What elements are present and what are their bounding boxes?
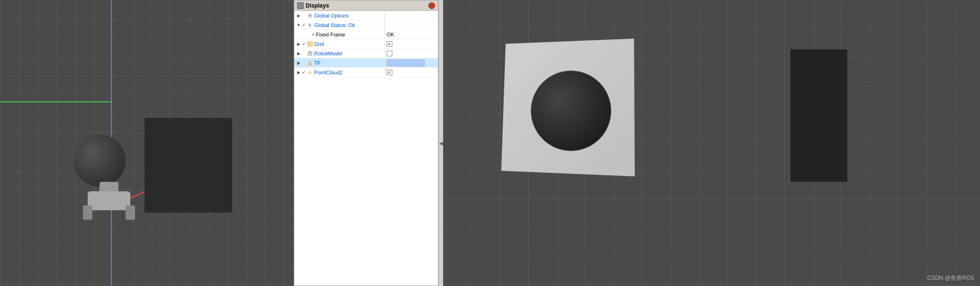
tree-row-pointcloud2[interactable]: ▶ ✓ PointCloud2 <box>294 68 438 77</box>
tree-cell-name-grid: ▶ ✓ Grid <box>294 41 384 47</box>
expand-arrow-tf[interactable]: ▶ <box>296 61 301 65</box>
label-grid: Grid <box>314 41 384 47</box>
svg-point-11 <box>308 72 309 73</box>
tree-row-grid[interactable]: ▶ ✓ Grid <box>294 39 438 49</box>
right-rect-object <box>790 49 847 182</box>
svg-rect-2 <box>308 42 309 44</box>
label-pointcloud2: PointCloud2 <box>314 70 384 75</box>
svg-point-12 <box>309 71 310 72</box>
value-fixed-frame: OK <box>387 32 394 37</box>
svg-point-1 <box>309 24 311 26</box>
expand-arrow-pointcloud2[interactable]: ▶ <box>296 70 301 75</box>
tree-cell-value-global-status <box>384 20 438 29</box>
check-robot-model <box>301 51 307 56</box>
label-global-options: Global Options <box>314 13 384 18</box>
label-global-status: Global Status: Ok <box>314 22 384 28</box>
expand-arrow-global-status[interactable]: ▼ <box>296 23 301 27</box>
tf-icon <box>307 60 313 66</box>
robot-sphere <box>73 134 126 187</box>
checkbox-pointcloud2[interactable] <box>387 70 392 75</box>
svg-point-13 <box>311 72 312 73</box>
tree-row-robot-model[interactable]: ▶ RobotModel <box>294 49 438 58</box>
robot-wheel-right <box>126 206 135 220</box>
label-fixed-frame: Fixed Frame <box>316 32 384 37</box>
tree-cell-name-global-options: ▶ Global Options <box>294 12 384 19</box>
expand-arrow-global-options[interactable]: ▶ <box>296 13 301 18</box>
tree-cell-name-tf: ▶ TF <box>294 60 384 66</box>
expand-arrow-robot-model[interactable]: ▶ <box>296 51 301 56</box>
tree-cell-name-robot-model: ▶ RobotModel <box>294 50 384 57</box>
left-3d-viewport[interactable] <box>0 0 294 286</box>
right-3d-viewport[interactable]: CSDN @鱼香ROS <box>443 0 980 286</box>
displays-panel: Displays ▶ Global Options ▼ <box>294 0 438 286</box>
robot-top <box>100 182 118 191</box>
label-tf: TF <box>314 60 384 66</box>
svg-rect-4 <box>308 45 309 46</box>
check-grid: ✓ <box>301 41 307 47</box>
svg-rect-5 <box>310 45 312 46</box>
tree-row-tf[interactable]: ▶ TF <box>294 58 438 68</box>
tree-cell-value-fixed-frame: OK <box>384 30 438 39</box>
checkbox-grid[interactable] <box>387 41 392 47</box>
tree-row-global-options[interactable]: ▶ Global Options <box>294 11 438 20</box>
titlebar-left: Displays <box>297 2 329 9</box>
tree-cell-value-robot-model <box>384 49 438 58</box>
svg-rect-7 <box>309 51 311 53</box>
svg-point-15 <box>309 72 310 73</box>
check-global-status: ✓ <box>301 22 307 28</box>
displays-titlebar: Displays <box>294 0 438 11</box>
grid-icon <box>307 41 313 47</box>
tree-cell-name-fixed-frame: ✓ Fixed Frame <box>294 32 384 37</box>
check-pointcloud2: ✓ <box>301 70 307 75</box>
tree-row-fixed-frame[interactable]: ✓ Fixed Frame OK <box>294 30 438 39</box>
watermark-text: CSDN @鱼香ROS <box>927 274 974 282</box>
tree-cell-name-global-status: ▼ ✓ Global Status: Ok <box>294 22 384 28</box>
gear-icon-global-options <box>307 12 313 19</box>
check-global-options <box>301 13 307 18</box>
svg-rect-3 <box>310 42 312 44</box>
checkbox-robot-model[interactable] <box>387 51 392 56</box>
window-icon <box>297 2 304 9</box>
expand-arrow-fixed-frame <box>306 32 310 37</box>
tree-cell-value-pointcloud2 <box>384 68 438 77</box>
expand-arrow-grid[interactable]: ▶ <box>296 42 301 46</box>
pointcloud2-icon <box>307 69 313 76</box>
tree-row-global-status[interactable]: ▼ ✓ Global Status: Ok <box>294 20 438 30</box>
check-fixed-frame: ✓ <box>310 32 316 37</box>
close-button[interactable] <box>428 2 435 9</box>
displays-tree: ▶ Global Options ▼ ✓ Global S <box>294 11 438 77</box>
svg-point-9 <box>310 54 311 54</box>
label-robot-model: RobotModel <box>314 51 384 56</box>
tree-cell-value-tf <box>384 58 438 67</box>
axis-green-line <box>0 101 111 102</box>
displays-content[interactable]: ▶ Global Options ▼ ✓ Global S <box>294 11 438 286</box>
displays-title: Displays <box>306 2 329 9</box>
right-sphere-object <box>531 71 611 151</box>
svg-point-0 <box>309 15 311 17</box>
collapse-arrow-icon: ◀ <box>439 141 443 146</box>
robot-model-icon <box>307 50 313 57</box>
check-tf <box>301 60 307 66</box>
robot-base <box>88 191 130 210</box>
tree-cell-value-grid <box>384 39 438 48</box>
gear-icon-global-status <box>307 22 313 28</box>
tree-cell-value-global-options <box>384 11 438 20</box>
value-box-tf <box>387 60 425 66</box>
svg-point-14 <box>309 73 310 74</box>
collapse-handle[interactable]: ◀ <box>438 0 443 286</box>
black-square-object <box>145 118 232 213</box>
tree-cell-name-pointcloud2: ▶ ✓ PointCloud2 <box>294 69 384 76</box>
robot-wheel-left <box>83 206 92 220</box>
svg-point-8 <box>309 54 309 54</box>
